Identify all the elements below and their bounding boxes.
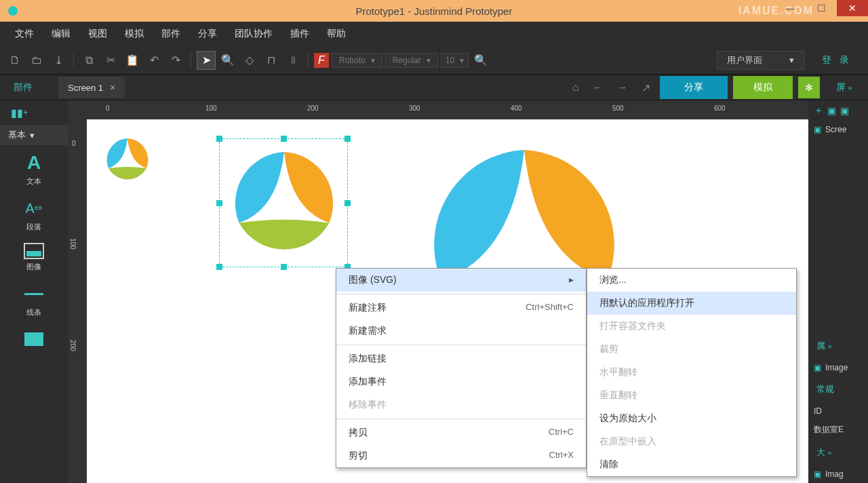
paste-icon[interactable]: 📋	[123, 51, 142, 70]
context-submenu-image: 浏览... 用默认的应用程序打开 打开容器文件夹 裁剪 水平翻转 垂直翻转 设为…	[587, 268, 797, 477]
menubar: 文件 编辑 视图 模拟 部件 分享 团队协作 插件 帮助	[0, 22, 868, 46]
widget-line[interactable]: 线条	[0, 276, 68, 322]
cm-browse[interactable]: 浏览...	[587, 269, 796, 292]
widget-library-icon[interactable]: ▮▮+	[0, 100, 68, 125]
menu-file[interactable]: 文件	[8, 25, 41, 43]
category-basic[interactable]: 基本 ▾	[0, 125, 68, 145]
screen-tab-1[interactable]: Screen 1 ×	[58, 77, 125, 98]
close-button[interactable]: ✕	[837, 0, 868, 16]
eraser-icon[interactable]: ◇	[240, 51, 259, 70]
properties-panel: ＋▣▣ ▣ Scree 属 » ▣ Image 常规 ID 数据室E 大 » ▣…	[808, 100, 868, 483]
canvas-image-small[interactable]	[100, 133, 155, 187]
cm-add-event[interactable]: 添加事件	[336, 370, 586, 393]
cm-cut[interactable]: 剪切Ctrl+X	[336, 444, 586, 467]
menu-share[interactable]: 分享	[191, 25, 224, 43]
maximize-button[interactable]: ☐	[806, 0, 837, 16]
ruler-horizontal: 0 100 200 300 400 500 600	[87, 100, 808, 119]
select-tool-icon[interactable]: ➤	[197, 51, 216, 70]
cm-original-size[interactable]: 设为原始大小	[587, 407, 796, 430]
general-header: 常规	[808, 376, 868, 402]
widget-paragraph[interactable]: A≡≡ 段落	[0, 191, 68, 236]
back-icon[interactable]: ←	[589, 81, 608, 94]
size-header: 大 »	[808, 440, 868, 465]
cm-embed: 在原型中嵌入	[587, 430, 796, 453]
font-family-select[interactable]: Roboto▾	[332, 53, 382, 68]
menu-simulate[interactable]: 模拟	[118, 25, 151, 43]
subbar: 部件 Screen 1 × ⌂ ← → ↗ 分享 模拟 ✻ 屏 »	[0, 75, 868, 100]
ruler-vertical: 0 100 200	[68, 119, 87, 483]
widget-rectangle[interactable]	[0, 322, 68, 354]
cm-clear[interactable]: 清除	[587, 453, 796, 476]
cm-open-folder: 打开容器文件夹	[587, 315, 796, 338]
simulate-button[interactable]: 模拟	[733, 76, 793, 99]
cm-copy[interactable]: 拷贝Ctrl+C	[336, 421, 586, 444]
login-link[interactable]: 登 录	[811, 54, 863, 66]
redo-icon[interactable]: ↷	[166, 51, 185, 70]
toolbar: 🗋 🗀 ⤓ ⧉ ✂ 📋 ↶ ↷ ➤ 🔍 ◇ ⊓ ⫴ F Roboto▾ Regu…	[0, 46, 868, 75]
cm-image-svg[interactable]: 图像 (SVG)	[336, 269, 586, 292]
image-panel-icon[interactable]: ▣	[827, 105, 836, 116]
share-button[interactable]: 分享	[660, 76, 728, 99]
menu-edit[interactable]: 编辑	[45, 25, 77, 43]
screen-tree-item[interactable]: ▣ Scree	[808, 121, 868, 138]
home-icon[interactable]: ⌂	[568, 81, 583, 94]
menu-help[interactable]: 帮助	[320, 25, 353, 43]
cm-remove-event: 移除事件	[336, 393, 586, 417]
copy-icon[interactable]: ⧉	[79, 51, 98, 70]
widgets-panel: ▮▮+ 基本 ▾ A 文本 A≡≡ 段落 图像 线条	[0, 100, 68, 483]
forward-icon[interactable]: →	[613, 81, 632, 94]
paint-icon[interactable]: ⊓	[262, 51, 281, 70]
save-icon[interactable]: ⤓	[49, 51, 68, 70]
components-panel-header: 部件	[0, 81, 46, 94]
cm-new-requirement[interactable]: 新建需求	[336, 320, 586, 343]
view-mode-select[interactable]: 用户界面▾	[717, 51, 804, 70]
titlebar: Prototype1 - Justinmind Prototyper IAMUE…	[0, 0, 868, 22]
undo-icon[interactable]: ↶	[144, 51, 163, 70]
cm-add-link[interactable]: 添加链接	[336, 347, 586, 370]
font-weight-select[interactable]: Regular▾	[385, 53, 438, 68]
menu-view[interactable]: 视图	[81, 25, 114, 43]
app-icon	[8, 6, 18, 16]
widget-image[interactable]: 图像	[0, 236, 68, 276]
font-icon[interactable]: F	[314, 53, 329, 68]
search-icon[interactable]: 🔍	[471, 51, 490, 70]
popout-icon[interactable]: ↗	[637, 81, 654, 94]
menu-team[interactable]: 团队协作	[228, 25, 279, 43]
imag-row[interactable]: ▣ Imag	[808, 465, 868, 483]
new-icon[interactable]: 🗋	[5, 51, 24, 70]
align-icon[interactable]: ⫴	[283, 51, 302, 70]
ruler-corner	[68, 100, 87, 119]
settings-gear-icon[interactable]: ✻	[798, 77, 820, 98]
menu-components[interactable]: 部件	[155, 25, 187, 43]
id-label: ID	[808, 402, 868, 420]
cm-flip-v: 垂直翻转	[587, 384, 796, 407]
cm-open-default[interactable]: 用默认的应用程序打开	[587, 292, 796, 315]
open-icon[interactable]: 🗀	[27, 51, 46, 70]
screens-panel-header: 屏 »	[825, 81, 863, 94]
cm-flip-h: 水平翻转	[587, 361, 796, 384]
minimize-button[interactable]: —	[774, 0, 806, 16]
props-header: 属 »	[808, 333, 868, 359]
cm-crop: 裁剪	[587, 338, 796, 361]
selection-box[interactable]	[219, 138, 348, 267]
tab-label: Screen 1	[68, 83, 103, 93]
font-size-select[interactable]: 10▾	[441, 53, 469, 68]
tab-close-icon[interactable]: ×	[110, 82, 115, 93]
data-label: 数据室E	[808, 420, 868, 440]
add-icon[interactable]: ＋	[814, 104, 823, 117]
zoom-tool-icon[interactable]: 🔍	[218, 51, 237, 70]
context-menu-main: 图像 (SVG) 新建注释Ctrl+Shift+C 新建需求 添加链接 添加事件…	[336, 268, 587, 468]
menu-plugins[interactable]: 插件	[283, 25, 316, 43]
cut-icon[interactable]: ✂	[101, 51, 120, 70]
cm-new-note[interactable]: 新建注释Ctrl+Shift+C	[336, 296, 586, 320]
widget-text[interactable]: A 文本	[0, 145, 68, 191]
image-row[interactable]: ▣ Image	[808, 359, 868, 376]
window-title: Prototype1 - Justinmind Prototyper	[356, 5, 513, 17]
more-panel-icon[interactable]: ▣	[840, 105, 849, 116]
